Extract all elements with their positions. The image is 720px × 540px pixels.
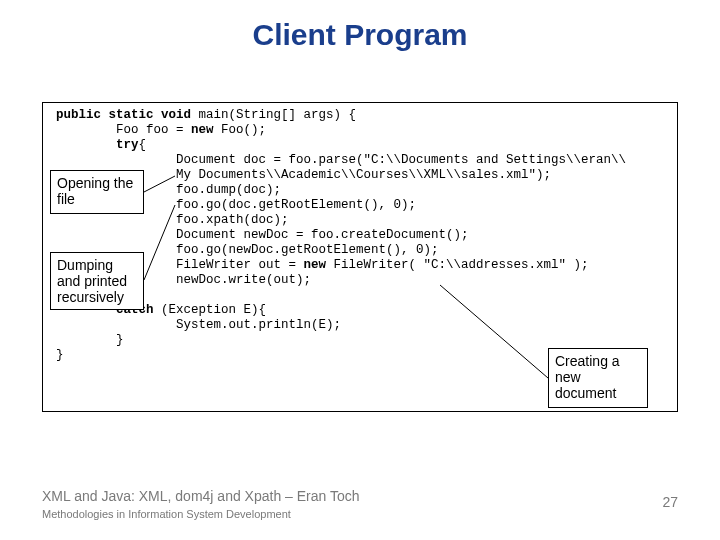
code-text: (Exception E){ [154,303,267,317]
code-text: Document doc = foo.parse("C:\\Documents … [56,153,626,167]
code-text [56,138,116,152]
code-text: Foo foo = [56,123,191,137]
code-text: Document newDoc = foo.createDocument(); [56,228,469,242]
slide: Client Program public static void main(S… [0,0,720,540]
code-kw: try [116,138,139,152]
code-text: System.out.println(E); [56,318,341,332]
slide-title: Client Program [0,18,720,52]
code-text: main(String[] args) { [191,108,356,122]
callout-dump-print: Dumping and printed recursively [50,252,144,310]
footer-sub: Methodologies in Information System Deve… [42,508,291,520]
code-text: } [56,333,124,347]
code-text: { [139,138,147,152]
page-number: 27 [662,494,678,510]
code-block: public static void main(String[] args) {… [56,108,626,363]
code-kw: public static void [56,108,191,122]
code-text: FileWriter( "C:\\addresses.xml" ); [326,258,589,272]
code-text: Foo(); [214,123,267,137]
code-text: } [56,348,64,362]
code-kw: new [304,258,327,272]
callout-create-doc: Creating a new document [548,348,648,408]
code-kw: new [191,123,214,137]
code-text: foo.xpath(doc); [56,213,289,227]
footer-main: XML and Java: XML, dom4j and Xpath – Era… [42,488,360,504]
callout-open-file: Opening the file [50,170,144,214]
